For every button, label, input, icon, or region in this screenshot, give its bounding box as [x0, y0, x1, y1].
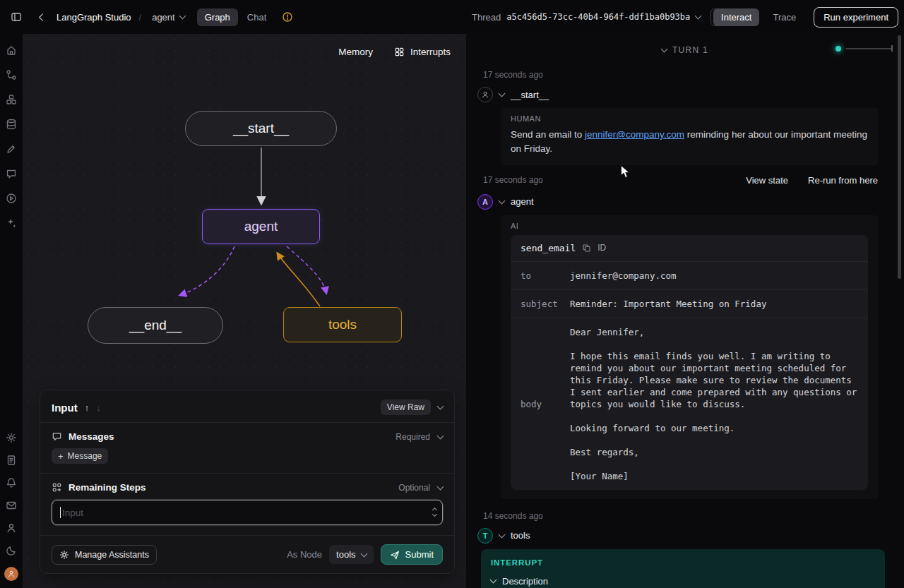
memory-button[interactable]: Memory	[338, 47, 373, 57]
messages-collapse-icon[interactable]	[437, 432, 444, 439]
rail-database-button[interactable]	[5, 118, 18, 131]
event-header-start[interactable]: __start__	[477, 87, 878, 102]
thread-select[interactable]: a5c456d5-73cc-40b4-964f-ddf1ba0b93ba	[506, 12, 701, 22]
rail-runs-button[interactable]	[5, 192, 18, 205]
interrupts-label: Interrupts	[410, 47, 451, 57]
scrollbar-thumb[interactable]	[898, 35, 901, 279]
view-raw-button[interactable]: View Raw	[381, 400, 431, 415]
remaining-steps-input[interactable]	[52, 500, 443, 525]
mode-group: Interact Trace Run experiment	[713, 0, 898, 34]
blocks-icon	[6, 94, 17, 105]
rail-users-button[interactable]	[5, 522, 18, 534]
home-icon	[6, 44, 17, 56]
rerun-from-here-button[interactable]: Re-run from here	[808, 175, 878, 186]
thread-group: Thread a5c456d5-73cc-40b4-964f-ddf1ba0b9…	[472, 0, 728, 34]
rail-mail-button[interactable]	[5, 499, 18, 512]
submit-button[interactable]: Submit	[381, 544, 443, 565]
event-collapse-icon[interactable]	[499, 531, 506, 538]
node-start[interactable]: __start__	[185, 111, 337, 146]
field-value: Reminder: Important Meeting on Friday	[570, 298, 858, 310]
slider-thumb[interactable]	[835, 46, 841, 52]
interrupts-button[interactable]: Interrupts	[394, 47, 451, 57]
rail-comments-button[interactable]	[5, 167, 18, 180]
submit-label: Submit	[405, 549, 434, 560]
back-button[interactable]	[32, 8, 50, 26]
field-value: jennifer@company.com	[570, 270, 858, 282]
move-up-icon[interactable]: ↑	[85, 402, 90, 413]
collapse-panel-icon[interactable]	[437, 403, 444, 410]
role-label: AI	[511, 222, 868, 230]
tool-name: send_email	[521, 243, 576, 253]
interrupt-description-row[interactable]: Description	[491, 576, 875, 587]
avatar-person-icon	[7, 570, 16, 578]
messages-required-badge: Required	[396, 432, 430, 442]
input-panel-header: Input ↑ ↓ View Raw	[52, 390, 443, 422]
user-icon	[6, 522, 17, 534]
node-tools[interactable]: tools	[283, 307, 402, 342]
messages-row: Messages Required	[52, 423, 443, 442]
timestamp: 14 seconds ago	[483, 511, 878, 521]
rail-edit-button[interactable]	[5, 143, 18, 155]
bell-icon	[6, 477, 17, 488]
sidebar-toggle-button[interactable]	[7, 8, 25, 26]
view-state-button[interactable]: View state	[746, 175, 788, 186]
tab-graph[interactable]: Graph	[197, 8, 238, 26]
graph-canvas[interactable]: Memory Interrupts __start__ agent __end_…	[23, 34, 466, 588]
messages-label: Messages	[69, 431, 114, 442]
event-collapse-icon[interactable]	[499, 197, 506, 204]
run-experiment-button[interactable]: Run experiment	[814, 7, 898, 28]
tab-chat[interactable]: Chat	[239, 8, 274, 26]
checkpoint-actions-row: 17 seconds ago View state Re-run from he…	[483, 175, 878, 186]
event-collapse-icon[interactable]	[499, 90, 506, 97]
chevron-down-icon	[695, 13, 702, 20]
turn-header[interactable]: TURN 1	[466, 34, 904, 58]
as-node-label: As Node	[287, 549, 322, 560]
event-node-name: __start__	[511, 90, 549, 100]
tool-call-header: send_email ID	[511, 235, 868, 262]
turn-slider[interactable]	[835, 45, 893, 52]
remaining-steps-optional-badge: Optional	[398, 483, 430, 493]
rail-workflow-button[interactable]	[5, 68, 18, 81]
rail-home-button[interactable]	[5, 44, 18, 56]
email-link[interactable]: jennifer@company.com	[585, 129, 684, 140]
event-header-agent[interactable]: A agent	[477, 194, 878, 210]
app-title: LangGraph Studio	[56, 12, 131, 23]
document-icon	[6, 455, 17, 466]
slider-end-tick	[891, 45, 893, 52]
rail-notifications-button[interactable]	[5, 476, 18, 489]
rail-blocks-button[interactable]	[5, 93, 18, 106]
as-node-select[interactable]: tools	[329, 545, 373, 564]
mail-icon	[6, 500, 17, 511]
remaining-steps-collapse-icon[interactable]	[437, 483, 444, 490]
mode-trace[interactable]: Trace	[765, 8, 804, 26]
user-avatar[interactable]	[4, 567, 18, 581]
info-button[interactable]	[282, 11, 293, 23]
description-collapse-icon[interactable]	[490, 577, 497, 584]
turn-collapse-icon[interactable]	[660, 46, 667, 53]
copy-id-button[interactable]	[582, 244, 591, 253]
graph-select[interactable]: agent	[149, 9, 188, 25]
rail-theme-button[interactable]	[5, 544, 18, 557]
rail-settings-button[interactable]	[5, 431, 18, 444]
node-end[interactable]: __end__	[88, 307, 223, 344]
human-avatar	[477, 87, 493, 102]
human-message-text: Send an email to jennifer@company.com re…	[511, 128, 868, 156]
mode-interact[interactable]: Interact	[713, 8, 759, 26]
node-agent[interactable]: agent	[202, 209, 320, 244]
play-circle-icon	[6, 193, 17, 204]
add-message-button[interactable]: + Message	[52, 448, 108, 464]
rail-docs-button[interactable]	[5, 454, 18, 467]
event-header-tools[interactable]: T tools	[477, 528, 878, 544]
sparkles-icon	[6, 217, 17, 229]
number-stepper[interactable]	[433, 506, 436, 516]
move-down-icon[interactable]: ↓	[96, 402, 101, 413]
topbar: LangGraph Studio / agent Graph Chat Thre…	[0, 0, 904, 34]
workflow-icon	[6, 69, 17, 80]
plus-icon: +	[58, 452, 64, 461]
tool-field-row: subject Reminder: Important Meeting on F…	[511, 290, 868, 318]
message-bubble-icon	[52, 431, 62, 442]
field-key: body	[521, 399, 570, 409]
manage-assistants-button[interactable]: Manage Assistants	[52, 545, 157, 565]
rail-assistants-button[interactable]	[5, 217, 18, 229]
slider-track	[846, 48, 891, 49]
